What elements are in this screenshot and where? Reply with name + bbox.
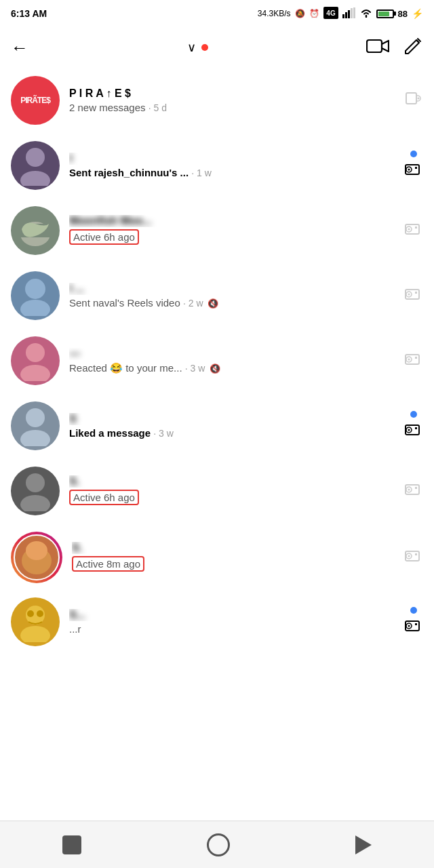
camera-icon[interactable] [404,161,423,180]
conv-name: Moonfish Moo... [69,215,397,227]
svg-rect-47 [406,551,419,561]
camera-icon[interactable] [404,90,423,111]
active-status: Active 6h ago [69,229,139,245]
avatar-image [11,467,60,515]
svg-rect-20 [415,226,417,229]
svg-rect-50 [415,553,417,555]
avatar [11,206,60,255]
svg-point-34 [20,430,50,446]
status-bar: 6:13 AM 34.3KB/s 🔕 ⏰ 4G [0,0,434,27]
conv-sub: ...r [69,623,397,635]
camera-icon[interactable] [404,351,423,370]
conv-right [404,411,423,441]
dropdown-arrow-icon[interactable]: ∨ [187,40,196,55]
svg-point-54 [37,610,43,617]
list-item[interactable]: S. Active 6h ago [0,458,434,524]
mute-icon: 🔇 [208,298,218,309]
svg-point-10 [20,171,50,186]
nav-bar: ← ∨ [0,27,434,68]
conv-info: S. Active 6h ago [69,475,397,507]
conv-info: Moonfish Moo... Active 6h ago [69,215,397,247]
network-speed: 34.3KB/s [258,9,291,18]
avatar [11,141,60,190]
conversation-list: PIRÃTE$ P I R A ↑ E $ 2 new messages · 5… [0,68,434,652]
camera-icon[interactable] [404,548,423,567]
conv-sub: Reacted 😂 to your me... · 3 w 🔇 [69,362,397,374]
avatar [11,401,60,450]
svg-rect-11 [406,165,419,174]
svg-rect-26 [415,292,417,294]
svg-point-27 [26,343,45,362]
list-item[interactable]: S Liked a message · 3 w [0,393,434,458]
svg-rect-7 [367,40,382,52]
camera-icon[interactable] [404,286,423,305]
conv-info: S. Active 8m ago [72,542,397,574]
camera-icon[interactable] [404,481,423,500]
conv-name: — [69,348,397,360]
svg-point-53 [27,610,34,617]
svg-point-19 [408,229,410,231]
square-button[interactable] [62,835,81,854]
conv-info: S... ...r [69,609,397,635]
svg-rect-41 [406,485,419,494]
svg-point-43 [408,489,410,491]
conv-name: S. [69,475,397,488]
avatar [11,597,60,646]
active-status: Active 8m ago [72,556,144,572]
list-item[interactable]: PIRÃTE$ P I R A ↑ E $ 2 new messages · 5… [0,68,434,133]
notification-dot [201,44,208,51]
svg-rect-23 [406,290,419,299]
svg-point-57 [408,625,410,627]
back-button[interactable]: ← [11,37,28,58]
back-button-nav[interactable] [355,835,372,854]
nav-left: ← [11,37,28,58]
active-status: Active 6h ago [69,490,139,505]
list-item[interactable]: I Sent rajesh_chinnuu's ... · 1 w [0,133,434,198]
list-item[interactable]: S. Active 8m ago [0,524,434,591]
svg-point-52 [20,626,50,642]
avatar [11,467,60,515]
battery-icon [376,9,394,18]
unread-dot [410,151,417,157]
list-item[interactable]: Moonfish Moo... Active 6h ago [0,198,434,263]
conv-sub: 2 new messages · 5 d [69,102,397,113]
signal-bars [342,7,356,20]
battery-percent: 88 [398,9,408,19]
conv-sub: Active 6h ago [69,229,397,247]
home-button[interactable] [207,833,230,856]
conv-right [404,221,423,240]
te-label: 4G [323,7,338,20]
charge-icon: ⚡ [412,8,423,19]
conv-name: I ... [69,283,397,295]
avatar [11,336,60,385]
list-item[interactable]: I ... Sent naval's Reels video · 2 w 🔇 [0,263,434,328]
battery-fill [378,12,389,16]
camera-icon[interactable] [404,221,423,240]
unread-dot [410,607,417,614]
nav-center: ∨ [187,40,208,55]
conv-sub: Sent rajesh_chinnuu's ... · 1 w [69,167,397,178]
conv-info: I ... Sent naval's Reels video · 2 w 🔇 [69,283,397,309]
conv-right [404,548,423,567]
svg-rect-29 [406,355,419,364]
svg-rect-55 [406,621,419,631]
status-icons: 34.3KB/s 🔕 ⏰ 4G [258,7,423,20]
avatar [11,271,60,320]
back-triangle-icon [355,835,372,854]
mute-icon: 🔕 [295,9,305,18]
video-camera-button[interactable] [366,37,389,58]
svg-point-33 [26,408,45,427]
mute-icon: 🔇 [210,363,220,374]
conv-info: — Reacted 😂 to your me... · 3 w 🔇 [69,348,397,374]
svg-point-28 [20,365,50,381]
list-item[interactable]: S... ...r [0,591,434,652]
compose-button[interactable] [403,36,423,59]
list-item[interactable]: — Reacted 😂 to your me... · 3 w 🔇 [0,328,434,393]
unread-dot [410,411,417,418]
circle-icon [207,833,230,856]
avatar-image [11,206,60,255]
avatar-image [11,141,60,190]
camera-icon[interactable] [404,422,423,441]
camera-icon[interactable] [404,618,423,637]
conv-right [404,90,423,111]
